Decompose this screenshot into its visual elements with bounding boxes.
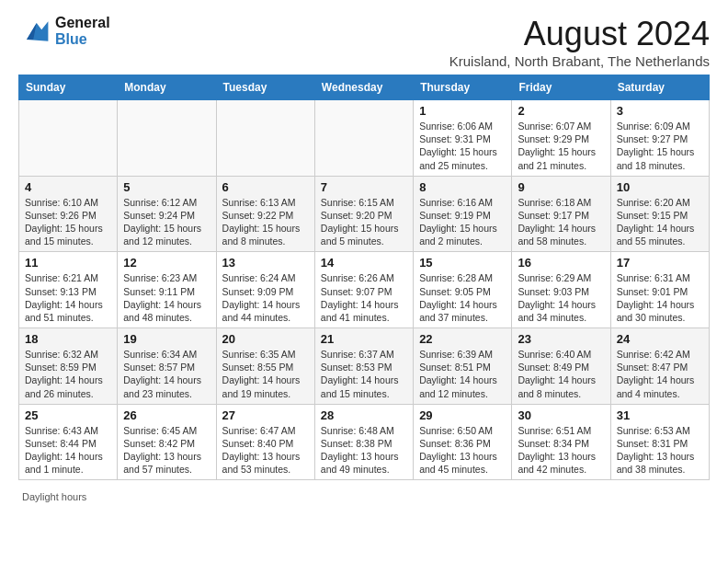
- table-row: 3Sunrise: 6:09 AM Sunset: 9:27 PM Daylig…: [610, 100, 709, 177]
- location-subtitle: Kruisland, North Brabant, The Netherland…: [449, 53, 710, 69]
- cell-day-number: 28: [321, 408, 407, 422]
- cell-day-number: 4: [25, 180, 111, 194]
- cell-info: Sunrise: 6:39 AM Sunset: 8:51 PM Dayligh…: [419, 348, 506, 400]
- cell-day-number: 9: [518, 180, 604, 194]
- cell-day-number: 29: [419, 408, 506, 422]
- cell-info: Sunrise: 6:40 AM Sunset: 8:49 PM Dayligh…: [518, 348, 604, 400]
- cell-info: Sunrise: 6:15 AM Sunset: 9:20 PM Dayligh…: [321, 196, 407, 248]
- cell-day-number: 15: [419, 256, 506, 270]
- calendar-header-row: Sunday Monday Tuesday Wednesday Thursday…: [19, 75, 710, 100]
- cell-info: Sunrise: 6:34 AM Sunset: 8:57 PM Dayligh…: [123, 348, 210, 400]
- cell-info: Sunrise: 6:53 AM Sunset: 8:31 PM Dayligh…: [617, 424, 703, 477]
- cell-day-number: 23: [518, 332, 604, 346]
- cell-info: Sunrise: 6:09 AM Sunset: 9:27 PM Dayligh…: [617, 120, 703, 172]
- cell-day-number: 21: [321, 332, 407, 346]
- table-row: 12Sunrise: 6:23 AM Sunset: 9:11 PM Dayli…: [118, 252, 216, 328]
- calendar-week-row: 1Sunrise: 6:06 AM Sunset: 9:31 PM Daylig…: [19, 100, 710, 177]
- cell-day-number: 3: [617, 104, 703, 118]
- table-row: [314, 100, 413, 177]
- table-row: 22Sunrise: 6:39 AM Sunset: 8:51 PM Dayli…: [414, 328, 512, 405]
- table-row: 9Sunrise: 6:18 AM Sunset: 9:17 PM Daylig…: [512, 176, 610, 252]
- calendar-week-row: 18Sunrise: 6:32 AM Sunset: 8:59 PM Dayli…: [19, 328, 710, 405]
- table-row: 10Sunrise: 6:20 AM Sunset: 9:15 PM Dayli…: [610, 176, 709, 252]
- month-title: August 2024: [449, 15, 710, 53]
- cell-info: Sunrise: 6:28 AM Sunset: 9:05 PM Dayligh…: [419, 271, 506, 324]
- cell-info: Sunrise: 6:16 AM Sunset: 9:19 PM Dayligh…: [419, 196, 506, 248]
- table-row: 13Sunrise: 6:24 AM Sunset: 9:09 PM Dayli…: [216, 252, 314, 328]
- cell-info: Sunrise: 6:47 AM Sunset: 8:40 PM Dayligh…: [222, 424, 309, 477]
- table-row: 26Sunrise: 6:45 AM Sunset: 8:42 PM Dayli…: [118, 404, 216, 480]
- cell-info: Sunrise: 6:06 AM Sunset: 9:31 PM Dayligh…: [419, 120, 506, 172]
- cell-day-number: 7: [321, 180, 407, 194]
- cell-day-number: 8: [419, 180, 506, 194]
- header-sunday: Sunday: [19, 75, 118, 100]
- table-row: 15Sunrise: 6:28 AM Sunset: 9:05 PM Dayli…: [414, 252, 512, 328]
- table-row: 27Sunrise: 6:47 AM Sunset: 8:40 PM Dayli…: [216, 404, 314, 480]
- table-row: 4Sunrise: 6:10 AM Sunset: 9:26 PM Daylig…: [19, 176, 118, 252]
- cell-day-number: 2: [518, 104, 604, 118]
- cell-day-number: 17: [617, 256, 703, 270]
- table-row: 7Sunrise: 6:15 AM Sunset: 9:20 PM Daylig…: [314, 176, 413, 252]
- cell-info: Sunrise: 6:35 AM Sunset: 8:55 PM Dayligh…: [222, 348, 309, 400]
- table-row: [216, 100, 314, 177]
- cell-day-number: 31: [617, 408, 703, 422]
- calendar-week-row: 11Sunrise: 6:21 AM Sunset: 9:13 PM Dayli…: [19, 252, 710, 328]
- table-row: 6Sunrise: 6:13 AM Sunset: 9:22 PM Daylig…: [216, 176, 314, 252]
- cell-info: Sunrise: 6:29 AM Sunset: 9:03 PM Dayligh…: [518, 271, 604, 324]
- cell-day-number: 6: [222, 180, 309, 194]
- cell-info: Sunrise: 6:48 AM Sunset: 8:38 PM Dayligh…: [321, 424, 407, 477]
- cell-info: Sunrise: 6:51 AM Sunset: 8:34 PM Dayligh…: [518, 424, 604, 477]
- cell-day-number: 1: [419, 104, 506, 118]
- table-row: 8Sunrise: 6:16 AM Sunset: 9:19 PM Daylig…: [414, 176, 512, 252]
- header-monday: Monday: [118, 75, 216, 100]
- table-row: [118, 100, 216, 177]
- cell-day-number: 22: [419, 332, 506, 346]
- table-row: 19Sunrise: 6:34 AM Sunset: 8:57 PM Dayli…: [118, 328, 216, 405]
- header-tuesday: Tuesday: [216, 75, 314, 100]
- cell-day-number: 11: [25, 256, 111, 270]
- cell-day-number: 5: [123, 180, 210, 194]
- table-row: 29Sunrise: 6:50 AM Sunset: 8:36 PM Dayli…: [414, 404, 512, 480]
- cell-info: Sunrise: 6:10 AM Sunset: 9:26 PM Dayligh…: [25, 196, 111, 248]
- cell-info: Sunrise: 6:32 AM Sunset: 8:59 PM Dayligh…: [25, 348, 111, 400]
- table-row: 30Sunrise: 6:51 AM Sunset: 8:34 PM Dayli…: [512, 404, 610, 480]
- header-friday: Friday: [512, 75, 610, 100]
- table-row: 21Sunrise: 6:37 AM Sunset: 8:53 PM Dayli…: [314, 328, 413, 405]
- header-thursday: Thursday: [414, 75, 512, 100]
- cell-info: Sunrise: 6:12 AM Sunset: 9:24 PM Dayligh…: [123, 196, 210, 248]
- table-row: 31Sunrise: 6:53 AM Sunset: 8:31 PM Dayli…: [610, 404, 709, 480]
- cell-day-number: 18: [25, 332, 111, 346]
- logo: General Blue: [18, 15, 110, 49]
- table-row: 20Sunrise: 6:35 AM Sunset: 8:55 PM Dayli…: [216, 328, 314, 405]
- logo-text: General Blue: [55, 15, 110, 49]
- cell-day-number: 25: [25, 408, 111, 422]
- page-header: General Blue August 2024 Kruisland, Nort…: [18, 15, 710, 69]
- cell-day-number: 10: [617, 180, 703, 194]
- cell-day-number: 30: [518, 408, 604, 422]
- calendar-week-row: 25Sunrise: 6:43 AM Sunset: 8:44 PM Dayli…: [19, 404, 710, 480]
- table-row: 1Sunrise: 6:06 AM Sunset: 9:31 PM Daylig…: [414, 100, 512, 177]
- calendar-week-row: 4Sunrise: 6:10 AM Sunset: 9:26 PM Daylig…: [19, 176, 710, 252]
- table-row: 5Sunrise: 6:12 AM Sunset: 9:24 PM Daylig…: [118, 176, 216, 252]
- table-row: 14Sunrise: 6:26 AM Sunset: 9:07 PM Dayli…: [314, 252, 413, 328]
- table-row: 11Sunrise: 6:21 AM Sunset: 9:13 PM Dayli…: [19, 252, 118, 328]
- cell-info: Sunrise: 6:31 AM Sunset: 9:01 PM Dayligh…: [617, 271, 703, 324]
- footer: Daylight hours: [18, 488, 710, 504]
- cell-info: Sunrise: 6:42 AM Sunset: 8:47 PM Dayligh…: [617, 348, 703, 400]
- cell-info: Sunrise: 6:07 AM Sunset: 9:29 PM Dayligh…: [518, 120, 604, 172]
- cell-info: Sunrise: 6:37 AM Sunset: 8:53 PM Dayligh…: [321, 348, 407, 400]
- cell-info: Sunrise: 6:24 AM Sunset: 9:09 PM Dayligh…: [222, 271, 309, 324]
- table-row: 2Sunrise: 6:07 AM Sunset: 9:29 PM Daylig…: [512, 100, 610, 177]
- cell-day-number: 24: [617, 332, 703, 346]
- cell-info: Sunrise: 6:26 AM Sunset: 9:07 PM Dayligh…: [321, 271, 407, 324]
- table-row: 25Sunrise: 6:43 AM Sunset: 8:44 PM Dayli…: [19, 404, 118, 480]
- cell-info: Sunrise: 6:18 AM Sunset: 9:17 PM Dayligh…: [518, 196, 604, 248]
- cell-info: Sunrise: 6:45 AM Sunset: 8:42 PM Dayligh…: [123, 424, 210, 477]
- cell-info: Sunrise: 6:50 AM Sunset: 8:36 PM Dayligh…: [419, 424, 506, 477]
- table-row: [19, 100, 118, 177]
- cell-day-number: 27: [222, 408, 309, 422]
- header-saturday: Saturday: [610, 75, 709, 100]
- table-row: 23Sunrise: 6:40 AM Sunset: 8:49 PM Dayli…: [512, 328, 610, 405]
- cell-day-number: 12: [123, 256, 210, 270]
- cell-day-number: 26: [123, 408, 210, 422]
